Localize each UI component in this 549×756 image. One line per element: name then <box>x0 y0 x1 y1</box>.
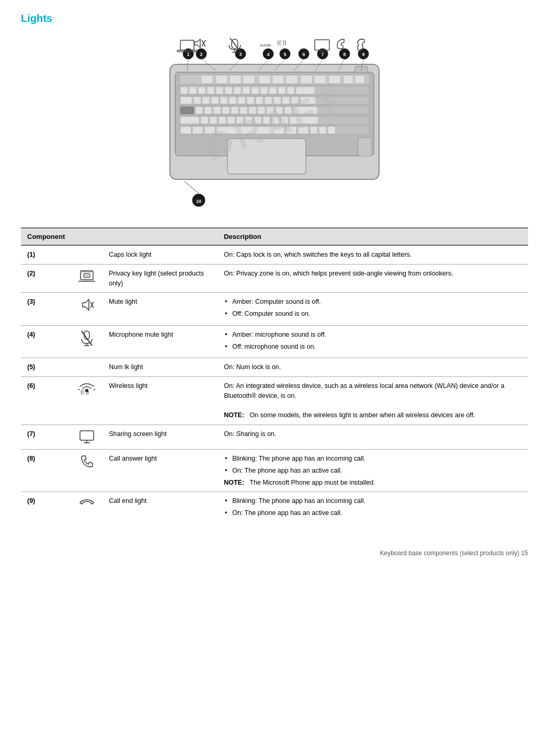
row-description: On: Caps lock is on, which switches the … <box>218 245 528 264</box>
svg-rect-79 <box>310 127 317 134</box>
svg-rect-5 <box>230 75 241 84</box>
page-footer: Keyboard base components (select product… <box>21 545 528 557</box>
row-icon <box>71 358 102 377</box>
row-number: (5) <box>21 358 71 377</box>
svg-rect-20 <box>216 87 223 94</box>
keyboard-diagram: DRAFT <box>21 33 528 215</box>
row-number: (2) <box>21 264 71 293</box>
svg-rect-36 <box>229 97 236 104</box>
svg-rect-56 <box>276 107 283 114</box>
svg-rect-32 <box>193 97 201 104</box>
table-header-component: Component <box>21 228 71 245</box>
svg-rect-54 <box>258 107 265 114</box>
svg-text:2: 2 <box>200 52 202 57</box>
svg-rect-12 <box>329 75 340 84</box>
svg-rect-80 <box>319 127 326 134</box>
svg-rect-53 <box>249 107 256 114</box>
svg-rect-33 <box>202 97 210 104</box>
svg-rect-70 <box>281 117 288 124</box>
svg-rect-26 <box>269 87 277 94</box>
row-icon <box>71 450 102 492</box>
row-description: Amber: Computer sound is off.Off: Comput… <box>218 293 528 326</box>
row-number: (6) <box>21 377 71 425</box>
svg-rect-23 <box>243 87 250 94</box>
svg-rect-13 <box>344 75 353 84</box>
row-description: Blinking: The phone app has an incoming … <box>218 492 528 524</box>
svg-text:3: 3 <box>239 52 242 57</box>
row-component-name: Privacy key light (select products only) <box>102 264 218 293</box>
row-component-name: Sharing screen light <box>102 425 218 450</box>
svg-rect-44 <box>300 97 316 104</box>
svg-rect-7 <box>259 75 270 84</box>
row-icon <box>71 245 102 264</box>
row-component-name: Call answer light <box>102 450 218 492</box>
row-number: (8) <box>21 450 71 492</box>
svg-rect-16 <box>180 87 188 94</box>
row-icon <box>71 325 102 358</box>
svg-rect-62 <box>210 117 217 124</box>
svg-text:4: 4 <box>267 52 269 57</box>
svg-rect-51 <box>231 107 238 114</box>
table-row: (2) Privacy key light (select products o… <box>21 264 528 293</box>
row-description: On: An integrated wireless device, such … <box>218 377 528 425</box>
svg-rect-57 <box>284 107 292 114</box>
svg-rect-11 <box>314 75 326 84</box>
row-icon <box>71 492 102 524</box>
svg-rect-47 <box>196 107 203 114</box>
row-number: (9) <box>21 492 71 524</box>
svg-rect-28 <box>287 87 294 94</box>
svg-text:9: 9 <box>362 52 364 57</box>
row-description: On: Sharing is on. <box>218 425 528 450</box>
svg-rect-142 <box>80 431 94 440</box>
row-number: (1) <box>21 245 71 264</box>
svg-rect-67 <box>254 117 261 124</box>
svg-rect-50 <box>222 107 230 114</box>
row-number: (4) <box>21 325 71 358</box>
svg-rect-29 <box>296 87 315 94</box>
row-number: (7) <box>21 425 71 450</box>
table-row: (1)Caps lock lightOn: Caps lock is on, w… <box>21 245 528 264</box>
table-row: (8) Call answer lightBlinking: The phone… <box>21 450 528 492</box>
row-component-name: Wireless light <box>102 377 218 425</box>
table-row: (6) ((·)) Wireless lightOn: An integrate… <box>21 377 528 425</box>
svg-rect-27 <box>278 87 285 94</box>
svg-rect-83 <box>358 138 372 156</box>
svg-rect-76 <box>216 127 284 134</box>
svg-text:10: 10 <box>196 199 201 204</box>
svg-rect-38 <box>247 97 254 104</box>
svg-rect-82 <box>227 139 306 174</box>
row-description: Blinking: The phone app has an incoming … <box>218 450 528 492</box>
svg-rect-25 <box>260 87 268 94</box>
svg-text:5: 5 <box>283 52 286 57</box>
svg-rect-18 <box>198 87 205 94</box>
table-header-name <box>102 228 218 245</box>
svg-rect-46 <box>180 107 194 114</box>
svg-rect-77 <box>286 127 296 134</box>
row-component-name: Num lk light <box>102 358 218 377</box>
row-icon <box>71 293 102 326</box>
svg-rect-21 <box>225 87 232 94</box>
page-title: Lights <box>21 13 528 25</box>
svg-rect-75 <box>204 127 215 134</box>
svg-rect-58 <box>293 107 317 114</box>
row-description: On: Privacy zone is on, which helps prev… <box>218 264 528 293</box>
svg-rect-31 <box>180 97 192 104</box>
svg-rect-8 <box>272 75 284 84</box>
row-icon <box>71 264 102 293</box>
svg-text:((·)): ((·)) <box>81 389 89 395</box>
svg-rect-63 <box>219 117 226 124</box>
svg-rect-17 <box>189 87 197 94</box>
row-description: Amber: microphone sound is off.Off: micr… <box>218 325 528 358</box>
table-row: (7) Sharing screen lightOn: Sharing is o… <box>21 425 528 450</box>
svg-rect-3 <box>201 75 213 84</box>
table-header-description: Description <box>218 228 528 245</box>
row-component-name: Call end light <box>102 492 218 524</box>
svg-rect-78 <box>298 127 308 134</box>
svg-rect-42 <box>282 97 290 104</box>
svg-rect-64 <box>227 117 235 124</box>
svg-rect-73 <box>180 127 191 134</box>
row-number: (3) <box>21 293 71 326</box>
svg-rect-60 <box>180 117 199 124</box>
table-row: (4) Microphone mute lightAmber: micropho… <box>21 325 528 358</box>
svg-rect-49 <box>213 107 221 114</box>
